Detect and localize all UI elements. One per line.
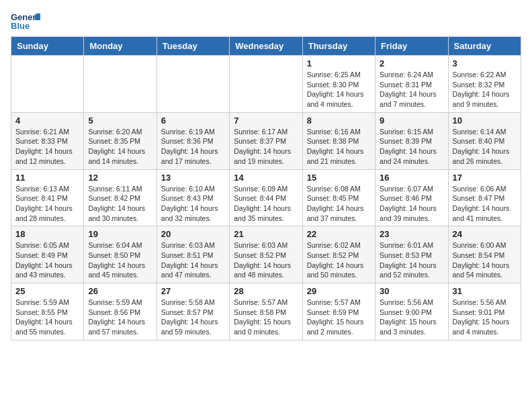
calendar-cell: 29Sunrise: 5:57 AMSunset: 8:59 PMDayligh… <box>302 283 375 340</box>
day-info: Sunrise: 6:04 AMSunset: 8:50 PMDaylight:… <box>88 240 152 280</box>
day-info: Sunrise: 6:03 AMSunset: 8:51 PMDaylight:… <box>161 240 225 280</box>
day-info: Sunrise: 6:09 AMSunset: 8:44 PMDaylight:… <box>234 184 298 224</box>
day-info: Sunrise: 6:24 AMSunset: 8:31 PMDaylight:… <box>380 70 443 109</box>
day-number: 16 <box>380 173 443 183</box>
calendar-cell: 11Sunrise: 6:13 AMSunset: 8:41 PMDayligh… <box>11 169 84 226</box>
calendar-cell: 31Sunrise: 5:56 AMSunset: 9:01 PMDayligh… <box>448 283 521 340</box>
day-number: 13 <box>161 173 225 183</box>
calendar-cell: 25Sunrise: 5:59 AMSunset: 8:55 PMDayligh… <box>11 283 84 340</box>
day-number: 24 <box>453 229 517 239</box>
weekday-thursday: Thursday <box>302 37 375 56</box>
day-number: 7 <box>234 116 298 126</box>
day-number: 6 <box>161 116 225 126</box>
calendar-cell: 20Sunrise: 6:03 AMSunset: 8:51 PMDayligh… <box>157 226 229 283</box>
calendar-body: 1Sunrise: 6:25 AMSunset: 8:30 PMDaylight… <box>11 56 521 340</box>
calendar-cell: 24Sunrise: 6:00 AMSunset: 8:54 PMDayligh… <box>448 226 521 283</box>
day-info: Sunrise: 6:00 AMSunset: 8:54 PMDaylight:… <box>453 240 517 280</box>
day-info: Sunrise: 6:19 AMSunset: 8:36 PMDaylight:… <box>161 127 225 167</box>
day-number: 8 <box>307 116 371 126</box>
day-number: 11 <box>15 173 79 183</box>
calendar-table: SundayMondayTuesdayWednesdayThursdayFrid… <box>11 36 521 340</box>
calendar-cell: 23Sunrise: 6:01 AMSunset: 8:53 PMDayligh… <box>375 226 448 283</box>
calendar-cell: 2Sunrise: 6:24 AMSunset: 8:31 PMDaylight… <box>375 56 448 113</box>
calendar-cell: 19Sunrise: 6:04 AMSunset: 8:50 PMDayligh… <box>84 226 157 283</box>
day-info: Sunrise: 5:59 AMSunset: 8:55 PMDaylight:… <box>15 298 79 337</box>
calendar-cell <box>11 56 84 113</box>
calendar-cell: 10Sunrise: 6:14 AMSunset: 8:40 PMDayligh… <box>448 112 521 169</box>
day-number: 21 <box>234 229 298 239</box>
day-info: Sunrise: 5:57 AMSunset: 8:58 PMDaylight:… <box>234 298 298 337</box>
day-info: Sunrise: 6:05 AMSunset: 8:49 PMDaylight:… <box>15 240 79 280</box>
day-number: 23 <box>380 229 443 239</box>
day-info: Sunrise: 6:10 AMSunset: 8:43 PMDaylight:… <box>161 184 225 224</box>
day-info: Sunrise: 6:01 AMSunset: 8:53 PMDaylight:… <box>380 240 443 280</box>
calendar-cell: 21Sunrise: 6:03 AMSunset: 8:52 PMDayligh… <box>230 226 302 283</box>
calendar-cell: 16Sunrise: 6:07 AMSunset: 8:46 PMDayligh… <box>375 169 448 226</box>
day-number: 9 <box>380 116 443 126</box>
week-row-3: 11Sunrise: 6:13 AMSunset: 8:41 PMDayligh… <box>11 169 521 226</box>
page-header: General Blue <box>11 11 521 31</box>
calendar-cell <box>84 56 157 113</box>
day-info: Sunrise: 5:57 AMSunset: 8:59 PMDaylight:… <box>307 298 371 337</box>
day-number: 14 <box>234 173 298 183</box>
calendar-cell: 15Sunrise: 6:08 AMSunset: 8:45 PMDayligh… <box>302 169 375 226</box>
day-info: Sunrise: 5:58 AMSunset: 8:57 PMDaylight:… <box>161 298 225 337</box>
calendar-cell <box>157 56 229 113</box>
calendar-cell: 3Sunrise: 6:22 AMSunset: 8:32 PMDaylight… <box>448 56 521 113</box>
week-row-4: 18Sunrise: 6:05 AMSunset: 8:49 PMDayligh… <box>11 226 521 283</box>
day-number: 4 <box>15 116 79 126</box>
day-number: 3 <box>453 58 517 68</box>
weekday-header-row: SundayMondayTuesdayWednesdayThursdayFrid… <box>11 37 521 56</box>
day-number: 29 <box>307 286 371 296</box>
calendar-cell: 30Sunrise: 5:56 AMSunset: 9:00 PMDayligh… <box>375 283 448 340</box>
week-row-5: 25Sunrise: 5:59 AMSunset: 8:55 PMDayligh… <box>11 283 521 340</box>
calendar-cell: 7Sunrise: 6:17 AMSunset: 8:37 PMDaylight… <box>230 112 302 169</box>
weekday-monday: Monday <box>84 37 157 56</box>
calendar-cell: 12Sunrise: 6:11 AMSunset: 8:42 PMDayligh… <box>84 169 157 226</box>
day-number: 1 <box>307 58 371 68</box>
day-info: Sunrise: 6:11 AMSunset: 8:42 PMDaylight:… <box>88 184 152 224</box>
day-number: 27 <box>161 286 225 296</box>
day-info: Sunrise: 6:16 AMSunset: 8:38 PMDaylight:… <box>307 127 371 167</box>
svg-text:Blue: Blue <box>11 21 30 31</box>
day-info: Sunrise: 6:17 AMSunset: 8:37 PMDaylight:… <box>234 127 298 167</box>
day-number: 30 <box>380 286 443 296</box>
day-info: Sunrise: 6:08 AMSunset: 8:45 PMDaylight:… <box>307 184 371 224</box>
day-number: 5 <box>88 116 152 126</box>
weekday-friday: Friday <box>375 37 448 56</box>
calendar-cell: 17Sunrise: 6:06 AMSunset: 8:47 PMDayligh… <box>448 169 521 226</box>
calendar-cell: 5Sunrise: 6:20 AMSunset: 8:35 PMDaylight… <box>84 112 157 169</box>
calendar-cell: 26Sunrise: 5:59 AMSunset: 8:56 PMDayligh… <box>84 283 157 340</box>
calendar-cell: 13Sunrise: 6:10 AMSunset: 8:43 PMDayligh… <box>157 169 229 226</box>
day-number: 12 <box>88 173 152 183</box>
day-info: Sunrise: 6:15 AMSunset: 8:39 PMDaylight:… <box>380 127 443 167</box>
day-info: Sunrise: 6:13 AMSunset: 8:41 PMDaylight:… <box>15 184 79 224</box>
day-info: Sunrise: 6:06 AMSunset: 8:47 PMDaylight:… <box>453 184 517 224</box>
calendar-cell: 22Sunrise: 6:02 AMSunset: 8:52 PMDayligh… <box>302 226 375 283</box>
day-number: 20 <box>161 229 225 239</box>
calendar-cell: 27Sunrise: 5:58 AMSunset: 8:57 PMDayligh… <box>157 283 229 340</box>
day-info: Sunrise: 6:21 AMSunset: 8:33 PMDaylight:… <box>15 127 79 167</box>
day-info: Sunrise: 6:25 AMSunset: 8:30 PMDaylight:… <box>307 70 371 109</box>
day-info: Sunrise: 6:02 AMSunset: 8:52 PMDaylight:… <box>307 240 371 280</box>
calendar-cell: 14Sunrise: 6:09 AMSunset: 8:44 PMDayligh… <box>230 169 302 226</box>
week-row-1: 1Sunrise: 6:25 AMSunset: 8:30 PMDaylight… <box>11 56 521 113</box>
day-number: 18 <box>15 229 79 239</box>
calendar-cell <box>230 56 302 113</box>
calendar-cell: 9Sunrise: 6:15 AMSunset: 8:39 PMDaylight… <box>375 112 448 169</box>
logo: General Blue <box>11 11 40 31</box>
weekday-saturday: Saturday <box>448 37 521 56</box>
week-row-2: 4Sunrise: 6:21 AMSunset: 8:33 PMDaylight… <box>11 112 521 169</box>
logo-icon: General Blue <box>11 11 40 31</box>
weekday-tuesday: Tuesday <box>157 37 229 56</box>
day-info: Sunrise: 5:56 AMSunset: 9:00 PMDaylight:… <box>380 298 443 337</box>
day-number: 19 <box>88 229 152 239</box>
calendar-cell: 8Sunrise: 6:16 AMSunset: 8:38 PMDaylight… <box>302 112 375 169</box>
day-number: 28 <box>234 286 298 296</box>
day-info: Sunrise: 6:03 AMSunset: 8:52 PMDaylight:… <box>234 240 298 280</box>
day-number: 10 <box>453 116 517 126</box>
day-info: Sunrise: 5:56 AMSunset: 9:01 PMDaylight:… <box>453 298 517 337</box>
day-number: 31 <box>453 286 517 296</box>
day-number: 17 <box>453 173 517 183</box>
calendar-cell: 4Sunrise: 6:21 AMSunset: 8:33 PMDaylight… <box>11 112 84 169</box>
